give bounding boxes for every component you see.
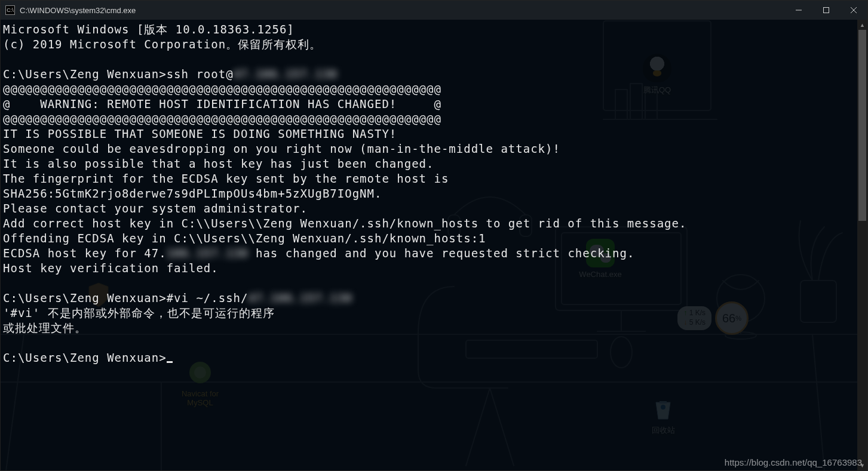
- desktop-root: 腾讯QQ WeChat.exe 回收站 Navicat for MySQL 1 …: [0, 0, 868, 471]
- watermark-text: https://blog.csdn.net/qq_16763983: [725, 457, 862, 467]
- terminal-area[interactable]: Microsoft Windows [版本 10.0.18363.1256] (…: [1, 20, 867, 470]
- cmd-window: C:\ C:\WINDOWS\system32\cmd.exe Microsof…: [0, 0, 868, 471]
- vertical-scrollbar[interactable]: ▲ ▼: [857, 20, 867, 470]
- svg-rect-25: [824, 8, 829, 13]
- window-title: C:\WINDOWS\system32\cmd.exe: [20, 6, 136, 15]
- terminal-output: Microsoft Windows [版本 10.0.18363.1256] (…: [3, 22, 857, 365]
- close-button[interactable]: [840, 1, 867, 20]
- scrollbar-thumb[interactable]: [858, 30, 866, 221]
- titlebar[interactable]: C:\ C:\WINDOWS\system32\cmd.exe: [1, 1, 867, 20]
- maximize-button[interactable]: [812, 1, 840, 20]
- minimize-button[interactable]: [785, 1, 812, 20]
- cmd-app-icon: C:\: [5, 5, 15, 15]
- scroll-up-arrow[interactable]: ▲: [857, 20, 867, 30]
